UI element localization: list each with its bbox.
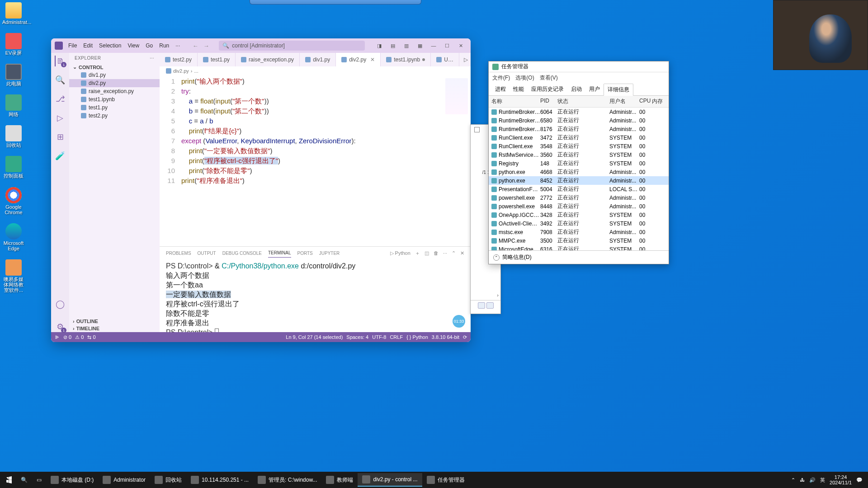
process-row[interactable]: RstMwService.exe3560正在运行SYSTEM00 xyxy=(489,150,669,159)
taskmgr-tab[interactable]: 应用历史记录 xyxy=(528,84,567,95)
kill-terminal-icon[interactable]: 🗑 xyxy=(434,249,439,258)
file-item[interactable]: test2.py xyxy=(69,112,160,120)
sidebar-section[interactable]: ⌄CONTROL xyxy=(69,63,160,71)
status-warnings[interactable]: ⚠ 0 xyxy=(75,334,84,340)
process-row[interactable]: PresentationFontC...5004正在运行LOCAL SE...0… xyxy=(489,185,669,193)
layout-side-icon[interactable]: ▥ xyxy=(400,41,413,51)
window-close-icon[interactable]: ✕ xyxy=(454,41,467,51)
process-row[interactable]: OActiveII-Client.exe3492正在运行SYSTEM00 xyxy=(489,219,669,228)
more-icon[interactable]: ··· xyxy=(150,56,154,61)
new-terminal-icon[interactable]: ＋ xyxy=(415,248,420,258)
panel-tab-ports[interactable]: PORTS xyxy=(297,249,313,258)
panel-tab-terminal[interactable]: TERMINAL xyxy=(268,249,291,258)
more-icon[interactable]: ··· xyxy=(443,249,447,258)
menu-run[interactable]: Run xyxy=(156,42,172,50)
process-row[interactable]: powershell.exe8448正在运行Administr...00 xyxy=(489,202,669,211)
status-spaces[interactable]: Spaces: 4 xyxy=(346,334,368,340)
account-icon[interactable]: ◯ xyxy=(55,299,66,310)
status-selection[interactable]: Ln 9, Col 27 (14 selected) xyxy=(286,334,343,340)
taskbar-item[interactable]: 本地磁盘 (D:) xyxy=(46,473,98,487)
process-row[interactable]: OneApp.IGCC.Win...3428正在运行SYSTEM00 xyxy=(489,211,669,219)
desktop-icon[interactable]: 网络 xyxy=(2,94,25,117)
tray-network-icon[interactable]: 🖧 xyxy=(800,477,805,483)
editor-tab[interactable]: U… xyxy=(431,53,459,66)
panel-tab-debug console[interactable]: DEBUG CONSOLE xyxy=(222,249,262,258)
taskmgr-fewer-details[interactable]: ⌃ 简略信息(D) xyxy=(489,250,669,264)
process-row[interactable]: MicrosoftEdgeUp...6316正在运行SYSTEM00 xyxy=(489,245,669,250)
process-row[interactable]: mstsc.exe7908正在运行Administr...00 xyxy=(489,228,669,236)
process-row[interactable]: RunClient.exe3548正在运行SYSTEM00 xyxy=(489,142,669,150)
taskbar-search[interactable]: 🔍 xyxy=(16,473,32,487)
process-row[interactable]: python.exe8452正在运行Administr...00 xyxy=(489,176,669,185)
file-item[interactable]: test1.py xyxy=(69,103,160,112)
taskbar-taskview[interactable]: ▭ xyxy=(32,473,46,487)
editor-tab[interactable]: test1.ipynb xyxy=(381,53,431,66)
taskbar-item[interactable]: Administrator xyxy=(98,473,150,487)
maximize-panel-icon[interactable]: ⌃ xyxy=(452,249,456,258)
window-minimize-icon[interactable]: — xyxy=(427,41,440,51)
taskmgr-menu[interactable]: 选项(O) xyxy=(515,74,534,82)
status-encoding[interactable]: UTF-8 xyxy=(372,334,386,340)
panel-tab-output[interactable]: OUTPUT xyxy=(198,249,216,258)
desktop-icon[interactable]: 噢易多媒体网络教室软件... xyxy=(2,259,25,293)
terminal[interactable]: PS D:\control> & C:/Python38/python.exe … xyxy=(160,259,471,332)
status-lang[interactable]: { } Python xyxy=(406,334,428,340)
testing-icon[interactable]: 🧪 xyxy=(55,150,66,161)
file-item[interactable]: test1.ipynb xyxy=(69,95,160,103)
code-editor[interactable]: 1234567891011 print("输入两个数据")try: a = fl… xyxy=(160,75,471,246)
taskmgr-menu[interactable]: 查看(V) xyxy=(540,74,558,82)
chevron-right-icon[interactable]: › xyxy=(497,292,499,298)
taskbar-item[interactable]: div2.py - control ... xyxy=(358,473,422,487)
menu-view[interactable]: View xyxy=(125,42,142,50)
editor-tab[interactable]: test1.py xyxy=(198,53,236,66)
file-item[interactable]: div1.py xyxy=(69,71,160,79)
split-terminal-icon[interactable]: ◫ xyxy=(425,249,429,258)
menu-edit[interactable]: Edit xyxy=(80,42,95,50)
process-row[interactable]: Registry148正在运行SYSTEM00 xyxy=(489,159,669,168)
taskbar-item[interactable]: 管理员: C:\window... xyxy=(253,473,321,487)
taskbar-item[interactable]: 任务管理器 xyxy=(422,473,469,487)
run-icon[interactable]: ▷ xyxy=(464,56,468,63)
process-row[interactable]: RuntimeBroker.exe6064正在运行Administr...00 xyxy=(489,108,669,116)
desktop-icon[interactable]: 控制面板 xyxy=(2,156,25,178)
taskbar-item[interactable]: 教师端 xyxy=(321,473,358,487)
terminal-shell-label[interactable]: ▷ Python xyxy=(390,249,410,258)
nav-forward-icon[interactable]: → xyxy=(202,41,211,50)
view-icon[interactable] xyxy=(486,302,494,309)
status-interpreter[interactable]: 3.8.10 64-bit xyxy=(432,334,459,340)
layout-panel-icon[interactable]: ◨ xyxy=(373,41,386,51)
menu-go[interactable]: Go xyxy=(143,42,156,50)
tray-overflow-icon[interactable]: ⌃ xyxy=(791,477,795,483)
start-button[interactable] xyxy=(2,473,16,487)
editor-tab[interactable]: raise_exception.py xyxy=(236,53,300,66)
status-ports[interactable]: ⇆ 0 xyxy=(87,334,95,340)
taskmgr-tab[interactable]: 详细信息 xyxy=(604,84,633,96)
tray-volume-icon[interactable]: 🔊 xyxy=(809,477,816,483)
view-icon[interactable] xyxy=(478,302,485,309)
file-item[interactable]: div2.py xyxy=(69,79,160,87)
minimap[interactable] xyxy=(445,78,468,114)
notifications-icon[interactable]: 💬 xyxy=(856,477,863,483)
desktop-icon[interactable]: 此电脑 xyxy=(2,64,25,86)
taskmgr-tab[interactable]: 用户 xyxy=(585,84,604,95)
explorer-icon[interactable]: 🗎1 xyxy=(55,56,66,66)
settings-gear-icon[interactable]: ⚙1 xyxy=(55,321,66,332)
taskbar-item[interactable]: 10.114.250.251 - ... xyxy=(186,473,253,487)
process-row[interactable]: powershell.exe2772正在运行Administr...00 xyxy=(489,193,669,202)
menu-file[interactable]: File xyxy=(66,42,80,50)
desktop-icon[interactable]: Google Chrome xyxy=(2,187,25,215)
outline-section[interactable]: ›OUTLINE xyxy=(69,318,160,325)
panel-tab-jupyter[interactable]: JUPYTER xyxy=(319,249,340,258)
extensions-icon[interactable]: ⊞ xyxy=(55,131,66,142)
desktop-icon[interactable]: EV录屏 xyxy=(2,33,25,56)
remote-icon[interactable]: ⫸ xyxy=(55,334,60,340)
menu-selection[interactable]: Selection xyxy=(96,42,124,50)
vscode-search[interactable]: 🔍 control [Administrator] xyxy=(219,41,365,51)
taskmgr-tab[interactable]: 启动 xyxy=(567,84,585,95)
debug-icon[interactable]: ▷ xyxy=(55,113,66,123)
process-row[interactable]: RuntimeBroker.exe8176正在运行Administr...00 xyxy=(489,125,669,133)
editor-tab[interactable]: test2.py xyxy=(160,53,198,66)
desktop-icon[interactable]: Microsoft Edge xyxy=(2,223,25,251)
notifications-icon[interactable]: ⟳ xyxy=(463,334,467,340)
layout-bottom-icon[interactable]: ▤ xyxy=(387,41,399,51)
